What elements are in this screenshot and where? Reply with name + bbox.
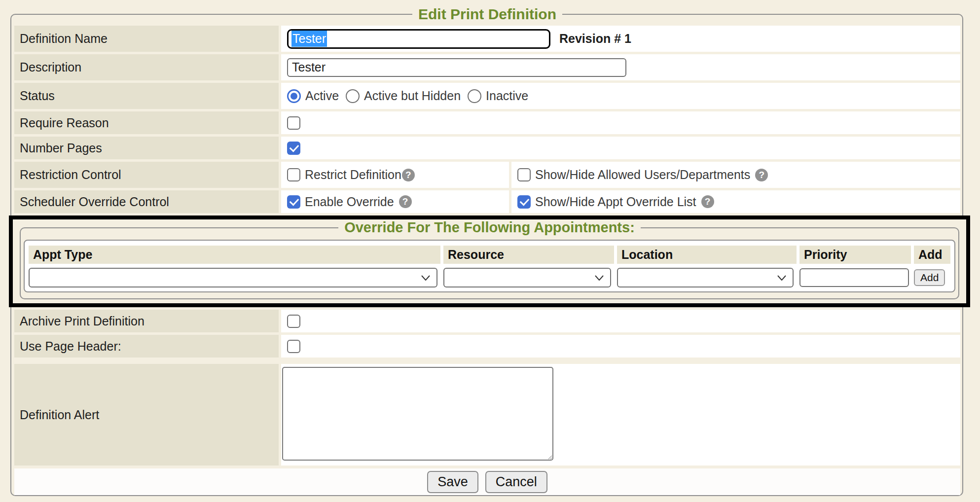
show-hide-appt-list-label: Show/Hide Appt Override List	[535, 195, 696, 209]
archive-row: Archive Print Definition	[14, 310, 960, 332]
appt-type-column-header: Appt Type	[29, 246, 440, 264]
scheduler-override-label: Scheduler Override Control	[14, 190, 279, 213]
restrict-definition-checkbox[interactable]	[287, 168, 300, 181]
restrict-definition-cell: Restrict Definition ?	[281, 162, 509, 188]
show-hide-users-label: Show/Hide Allowed Users/Departments	[535, 168, 750, 182]
definition-name-cell: Tester Revision # 1	[281, 26, 960, 52]
status-radio-active-but-hidden-label: Active but Hidden	[364, 89, 461, 103]
edit-print-definition-form: Edit Print Definition Definition Name Te…	[10, 6, 963, 496]
restriction-control-row: Restriction Control Restrict Definition …	[14, 162, 960, 188]
help-icon[interactable]: ?	[701, 195, 714, 208]
description-input[interactable]	[287, 58, 626, 77]
status-radio-group: Active Active but Hidden Inactive	[287, 89, 528, 103]
enable-override-cell: Enable Override ?	[281, 190, 509, 213]
show-hide-appt-list-checkbox[interactable]	[517, 195, 531, 209]
status-radio-inactive[interactable]	[468, 89, 481, 103]
definition-name-label: Definition Name	[14, 26, 279, 52]
location-column-header: Location	[617, 246, 797, 264]
enable-override-label: Enable Override	[305, 195, 394, 209]
require-reason-row: Require Reason	[14, 111, 960, 134]
description-label: Description	[14, 54, 279, 80]
definition-name-selected-text: Tester	[291, 31, 327, 47]
definition-name-input[interactable]: Tester	[287, 29, 550, 49]
appt-type-select[interactable]	[29, 268, 437, 287]
status-label: Status	[14, 83, 279, 109]
definition-name-row: Definition Name Tester Revision # 1	[14, 26, 960, 52]
help-icon[interactable]: ?	[402, 169, 415, 181]
description-row: Description	[14, 54, 960, 80]
override-table: Appt Type Resource Location Priority Add	[24, 240, 955, 292]
restriction-control-label: Restriction Control	[14, 162, 279, 188]
archive-checkbox[interactable]	[287, 315, 300, 328]
definition-alert-cell	[281, 364, 960, 466]
revision-number: Revision # 1	[559, 32, 631, 46]
scheduler-override-row: Scheduler Override Control Enable Overri…	[14, 190, 960, 213]
archive-cell	[281, 310, 960, 332]
restrict-definition-label: Restrict Definition	[305, 168, 401, 182]
chevron-down-icon	[595, 275, 604, 281]
status-row: Status Active Active but Hidden Inactive	[14, 83, 960, 109]
override-table-header: Appt Type Resource Location Priority Add	[29, 246, 950, 264]
number-pages-checkbox[interactable]	[287, 142, 300, 155]
number-pages-cell	[281, 137, 960, 159]
override-appointments-section: Override For The Following Appointments:…	[9, 215, 970, 307]
location-select[interactable]	[617, 268, 794, 287]
definition-alert-row: Definition Alert	[14, 364, 960, 466]
status-radio-active-label: Active	[305, 89, 339, 103]
add-column-header: Add	[914, 246, 950, 264]
use-page-header-label: Use Page Header:	[14, 335, 279, 358]
status-radio-active[interactable]	[287, 89, 301, 103]
save-button[interactable]: Save	[427, 471, 478, 493]
description-cell	[281, 54, 960, 80]
number-pages-label: Number Pages	[14, 137, 279, 159]
status-radio-active-but-hidden[interactable]	[346, 89, 360, 103]
definition-alert-label: Definition Alert	[14, 364, 279, 466]
require-reason-label: Require Reason	[14, 111, 279, 134]
status-cell: Active Active but Hidden Inactive	[281, 83, 960, 109]
override-section-title: Override For The Following Appointments:	[338, 219, 641, 236]
resource-select[interactable]	[443, 268, 611, 287]
require-reason-checkbox[interactable]	[287, 116, 300, 130]
resource-column-header: Resource	[443, 246, 614, 264]
use-page-header-cell	[281, 335, 960, 358]
number-pages-row: Number Pages	[14, 137, 960, 159]
priority-input[interactable]	[799, 268, 909, 287]
chevron-down-icon	[421, 275, 430, 281]
enable-override-checkbox[interactable]	[287, 195, 300, 209]
use-page-header-row: Use Page Header:	[14, 335, 960, 358]
archive-label: Archive Print Definition	[14, 310, 279, 332]
chevron-down-icon	[777, 275, 786, 281]
help-icon[interactable]: ?	[755, 169, 768, 181]
add-button[interactable]: Add	[914, 269, 945, 286]
help-icon[interactable]: ?	[399, 195, 412, 208]
show-hide-users-cell: Show/Hide Allowed Users/Departments ?	[511, 162, 960, 188]
use-page-header-checkbox[interactable]	[287, 340, 300, 353]
require-reason-cell	[281, 111, 960, 134]
page-title: Edit Print Definition	[412, 6, 562, 23]
show-hide-appt-list-cell: Show/Hide Appt Override List ?	[511, 190, 960, 213]
priority-column-header: Priority	[799, 246, 911, 264]
form-actions-row: Save Cancel	[14, 468, 960, 495]
definition-alert-textarea[interactable]	[282, 367, 553, 461]
cancel-button[interactable]: Cancel	[485, 471, 547, 493]
show-hide-users-checkbox[interactable]	[517, 168, 531, 181]
override-table-input-row: Add	[29, 268, 950, 287]
status-radio-inactive-label: Inactive	[486, 89, 528, 103]
